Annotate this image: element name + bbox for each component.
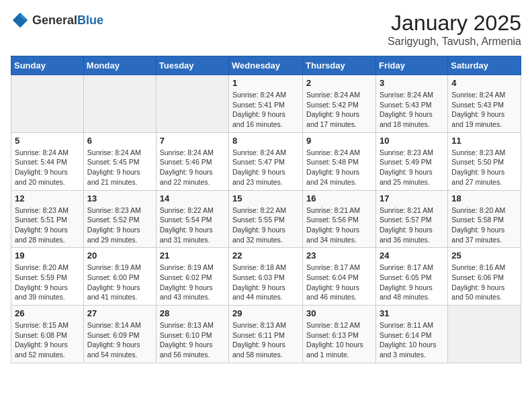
day-info: Sunrise: 8:19 AM Sunset: 6:02 PM Dayligh… bbox=[160, 263, 225, 302]
calendar-cell: 12Sunrise: 8:23 AM Sunset: 5:51 PM Dayli… bbox=[11, 190, 84, 248]
day-info: Sunrise: 8:15 AM Sunset: 6:08 PM Dayligh… bbox=[15, 320, 80, 360]
calendar-cell: 19Sunrise: 8:20 AM Sunset: 5:59 PM Dayli… bbox=[11, 248, 84, 306]
week-row-4: 19Sunrise: 8:20 AM Sunset: 5:59 PM Dayli… bbox=[11, 248, 521, 306]
day-info: Sunrise: 8:13 AM Sunset: 6:10 PM Dayligh… bbox=[160, 320, 225, 360]
day-number: 22 bbox=[232, 250, 299, 261]
page-header: GeneralBlue January 2025 Sarigyugh, Tavu… bbox=[11, 11, 521, 48]
day-header-friday: Friday bbox=[375, 56, 447, 75]
day-info: Sunrise: 8:20 AM Sunset: 5:59 PM Dayligh… bbox=[15, 263, 80, 302]
day-number: 16 bbox=[306, 193, 372, 203]
day-info: Sunrise: 8:20 AM Sunset: 5:58 PM Dayligh… bbox=[451, 205, 517, 245]
calendar-cell: 11Sunrise: 8:23 AM Sunset: 5:50 PM Dayli… bbox=[448, 132, 521, 190]
week-row-2: 5Sunrise: 8:24 AM Sunset: 5:44 PM Daylig… bbox=[11, 132, 521, 190]
day-number: 12 bbox=[15, 193, 80, 203]
calendar-cell: 17Sunrise: 8:21 AM Sunset: 5:57 PM Dayli… bbox=[375, 190, 447, 248]
calendar-cell: 16Sunrise: 8:21 AM Sunset: 5:56 PM Dayli… bbox=[303, 190, 376, 248]
calendar-cell: 10Sunrise: 8:23 AM Sunset: 5:49 PM Dayli… bbox=[375, 132, 447, 190]
calendar-cell: 14Sunrise: 8:22 AM Sunset: 5:54 PM Dayli… bbox=[156, 190, 228, 248]
day-number: 6 bbox=[87, 136, 152, 146]
calendar-cell: 27Sunrise: 8:14 AM Sunset: 6:09 PM Dayli… bbox=[83, 306, 156, 363]
day-info: Sunrise: 8:12 AM Sunset: 6:13 PM Dayligh… bbox=[306, 320, 372, 360]
calendar-cell: 15Sunrise: 8:22 AM Sunset: 5:55 PM Dayli… bbox=[229, 190, 303, 248]
calendar-cell: 3Sunrise: 8:24 AM Sunset: 5:43 PM Daylig… bbox=[375, 75, 447, 133]
day-info: Sunrise: 8:24 AM Sunset: 5:42 PM Dayligh… bbox=[306, 90, 372, 130]
logo-text-blue: Blue bbox=[77, 13, 103, 27]
day-number: 20 bbox=[87, 250, 152, 261]
day-header-saturday: Saturday bbox=[448, 56, 521, 75]
day-number: 18 bbox=[451, 193, 517, 203]
calendar-cell: 18Sunrise: 8:20 AM Sunset: 5:58 PM Dayli… bbox=[448, 190, 521, 248]
day-info: Sunrise: 8:18 AM Sunset: 6:03 PM Dayligh… bbox=[232, 263, 299, 302]
logo-icon bbox=[11, 11, 30, 30]
day-info: Sunrise: 8:14 AM Sunset: 6:09 PM Dayligh… bbox=[87, 320, 152, 360]
day-number: 5 bbox=[15, 136, 80, 146]
calendar-cell: 24Sunrise: 8:17 AM Sunset: 6:05 PM Dayli… bbox=[375, 248, 447, 306]
calendar-cell: 4Sunrise: 8:24 AM Sunset: 5:43 PM Daylig… bbox=[448, 75, 521, 133]
calendar-cell: 25Sunrise: 8:16 AM Sunset: 6:06 PM Dayli… bbox=[448, 248, 521, 306]
day-info: Sunrise: 8:24 AM Sunset: 5:43 PM Dayligh… bbox=[380, 90, 444, 130]
day-number: 15 bbox=[232, 193, 299, 203]
day-info: Sunrise: 8:16 AM Sunset: 6:06 PM Dayligh… bbox=[451, 263, 517, 302]
calendar-cell: 31Sunrise: 8:11 AM Sunset: 6:14 PM Dayli… bbox=[375, 306, 447, 363]
day-number: 19 bbox=[15, 250, 80, 261]
day-number: 11 bbox=[451, 136, 517, 146]
day-number: 10 bbox=[380, 136, 444, 146]
day-header-thursday: Thursday bbox=[303, 56, 376, 75]
day-number: 30 bbox=[306, 308, 372, 318]
day-number: 24 bbox=[380, 250, 444, 261]
day-info: Sunrise: 8:24 AM Sunset: 5:44 PM Dayligh… bbox=[15, 148, 80, 187]
day-info: Sunrise: 8:13 AM Sunset: 6:11 PM Dayligh… bbox=[232, 320, 299, 360]
day-info: Sunrise: 8:23 AM Sunset: 5:52 PM Dayligh… bbox=[87, 205, 152, 245]
day-number: 28 bbox=[160, 308, 225, 318]
day-number: 27 bbox=[87, 308, 152, 318]
header-row: SundayMondayTuesdayWednesdayThursdayFrid… bbox=[11, 56, 521, 75]
calendar-cell: 30Sunrise: 8:12 AM Sunset: 6:13 PM Dayli… bbox=[303, 306, 376, 363]
day-info: Sunrise: 8:19 AM Sunset: 6:00 PM Dayligh… bbox=[87, 263, 152, 302]
calendar-cell: 26Sunrise: 8:15 AM Sunset: 6:08 PM Dayli… bbox=[11, 306, 84, 363]
day-number: 4 bbox=[451, 78, 517, 88]
day-header-monday: Monday bbox=[83, 56, 156, 75]
day-info: Sunrise: 8:21 AM Sunset: 5:57 PM Dayligh… bbox=[380, 205, 444, 245]
logo: GeneralBlue bbox=[11, 11, 103, 30]
calendar-cell bbox=[156, 75, 228, 133]
calendar-cell: 5Sunrise: 8:24 AM Sunset: 5:44 PM Daylig… bbox=[11, 132, 84, 190]
calendar-cell: 23Sunrise: 8:17 AM Sunset: 6:04 PM Dayli… bbox=[303, 248, 376, 306]
day-info: Sunrise: 8:21 AM Sunset: 5:56 PM Dayligh… bbox=[306, 205, 372, 245]
day-info: Sunrise: 8:23 AM Sunset: 5:51 PM Dayligh… bbox=[15, 205, 80, 245]
title-area: January 2025 Sarigyugh, Tavush, Armenia bbox=[388, 11, 521, 48]
day-info: Sunrise: 8:24 AM Sunset: 5:47 PM Dayligh… bbox=[232, 148, 299, 187]
day-number: 2 bbox=[306, 78, 372, 88]
day-header-tuesday: Tuesday bbox=[156, 56, 228, 75]
day-number: 29 bbox=[232, 308, 299, 318]
day-info: Sunrise: 8:22 AM Sunset: 5:55 PM Dayligh… bbox=[232, 205, 299, 245]
day-number: 14 bbox=[160, 193, 225, 203]
day-info: Sunrise: 8:24 AM Sunset: 5:46 PM Dayligh… bbox=[160, 148, 225, 187]
day-info: Sunrise: 8:17 AM Sunset: 6:04 PM Dayligh… bbox=[306, 263, 372, 302]
day-info: Sunrise: 8:24 AM Sunset: 5:45 PM Dayligh… bbox=[87, 148, 152, 187]
month-title: January 2025 bbox=[388, 11, 521, 36]
week-row-3: 12Sunrise: 8:23 AM Sunset: 5:51 PM Dayli… bbox=[11, 190, 521, 248]
calendar-table: SundayMondayTuesdayWednesdayThursdayFrid… bbox=[11, 56, 521, 363]
calendar-header: SundayMondayTuesdayWednesdayThursdayFrid… bbox=[11, 56, 521, 75]
calendar-cell bbox=[83, 75, 156, 133]
day-info: Sunrise: 8:23 AM Sunset: 5:50 PM Dayligh… bbox=[451, 148, 517, 187]
day-number: 9 bbox=[306, 136, 372, 146]
day-info: Sunrise: 8:17 AM Sunset: 6:05 PM Dayligh… bbox=[380, 263, 444, 302]
calendar-cell: 9Sunrise: 8:24 AM Sunset: 5:48 PM Daylig… bbox=[303, 132, 376, 190]
calendar-cell: 29Sunrise: 8:13 AM Sunset: 6:11 PM Dayli… bbox=[229, 306, 303, 363]
calendar-cell bbox=[448, 306, 521, 363]
week-row-1: 1Sunrise: 8:24 AM Sunset: 5:41 PM Daylig… bbox=[11, 75, 521, 133]
day-number: 1 bbox=[232, 78, 299, 88]
calendar-cell: 22Sunrise: 8:18 AM Sunset: 6:03 PM Dayli… bbox=[229, 248, 303, 306]
day-number: 25 bbox=[451, 250, 517, 261]
day-number: 21 bbox=[160, 250, 225, 261]
day-info: Sunrise: 8:22 AM Sunset: 5:54 PM Dayligh… bbox=[160, 205, 225, 245]
calendar-body: 1Sunrise: 8:24 AM Sunset: 5:41 PM Daylig… bbox=[11, 75, 521, 363]
day-number: 13 bbox=[87, 193, 152, 203]
calendar-cell: 20Sunrise: 8:19 AM Sunset: 6:00 PM Dayli… bbox=[83, 248, 156, 306]
day-number: 26 bbox=[15, 308, 80, 318]
calendar-cell: 7Sunrise: 8:24 AM Sunset: 5:46 PM Daylig… bbox=[156, 132, 228, 190]
day-info: Sunrise: 8:24 AM Sunset: 5:43 PM Dayligh… bbox=[451, 90, 517, 130]
day-header-sunday: Sunday bbox=[11, 56, 84, 75]
day-number: 17 bbox=[380, 193, 444, 203]
